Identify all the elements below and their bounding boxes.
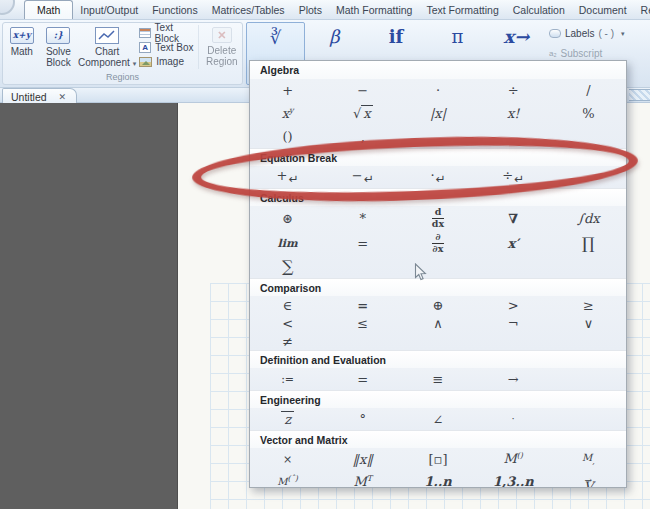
operator-element-of[interactable]: ∈ <box>250 299 325 312</box>
section-equation-break: +↵ −↵ ·↵ ÷↵ <box>250 166 626 188</box>
tab-functions[interactable]: Functions <box>145 1 205 19</box>
operator-factorial[interactable]: x! <box>476 107 551 120</box>
operator-angle[interactable]: ∠ <box>400 413 475 426</box>
operator-complex-conjugate[interactable]: z <box>250 413 325 426</box>
operator-addition[interactable]: + <box>250 84 325 97</box>
operator-transpose[interactable]: MT <box>325 475 400 488</box>
operator-multiplication[interactable]: · <box>400 84 475 97</box>
tab-resources[interactable]: Resources <box>634 1 650 19</box>
labels-style-value: ( - ) <box>598 28 614 39</box>
operator-scale-dot[interactable]: · <box>476 414 551 424</box>
operator-matrix-row[interactable]: M(ˆ) <box>250 475 325 487</box>
labels-caret-icon[interactable]: ▾ <box>621 30 625 38</box>
chart-component-button[interactable]: Chart Component▾ <box>77 25 137 69</box>
operator-and[interactable]: ∧ <box>400 317 475 330</box>
operator-product[interactable]: ∏ <box>551 236 626 252</box>
text-buttons-column: Text Block A Text Box Image <box>137 25 195 69</box>
tab-plots[interactable]: Plots <box>292 1 329 19</box>
operator-definition[interactable]: := <box>250 374 325 385</box>
section-title-comparison: Comparison <box>250 278 626 296</box>
operator-square-root[interactable]: √x <box>325 107 400 120</box>
operator-evaluation[interactable]: = <box>325 373 400 386</box>
operator-equals[interactable]: = <box>325 237 400 250</box>
operator-multiplication-line-break[interactable]: ·↵ <box>400 169 475 185</box>
text-block-icon <box>139 28 150 38</box>
operator-comma[interactable]: , <box>325 130 400 143</box>
mouse-cursor-icon <box>414 263 427 282</box>
operator-summation[interactable]: ∑ <box>250 259 325 275</box>
text-block-button[interactable]: Text Block <box>139 26 193 39</box>
labels-button[interactable]: Labels ( - ) ▾ <box>549 25 641 42</box>
section-title-engineering: Engineering <box>250 390 626 408</box>
operator-parentheses[interactable]: () <box>250 130 325 143</box>
operator-norm[interactable]: ‖x‖ <box>325 453 400 466</box>
text-box-button[interactable]: A Text Box <box>139 41 193 54</box>
document-tab-title: Untitled <box>11 91 47 103</box>
operator-range[interactable]: 1..n <box>400 475 475 488</box>
math-button[interactable]: x+y Math <box>4 25 40 69</box>
operator-not[interactable]: ¬ <box>476 317 551 330</box>
operator-greater-equal[interactable]: ≥ <box>551 299 626 312</box>
operator-division[interactable]: ÷ <box>476 84 551 97</box>
operator-bold-equals[interactable]: = <box>325 299 400 312</box>
operator-limit[interactable]: lim <box>250 238 325 249</box>
line-break-arrow-icon: ↵ <box>514 172 524 186</box>
constants-icon: π <box>452 26 464 48</box>
operator-global-definition[interactable]: ≡ <box>400 373 475 386</box>
line-break-arrow-icon: ↵ <box>289 172 299 186</box>
regions-group: x+y Math :} Solve Block Chart Component▾ <box>2 22 243 85</box>
operator-partial-derivative[interactable]: ∂∂x <box>400 232 475 255</box>
operator-integral[interactable]: ∫dx <box>551 212 626 225</box>
operator-subtraction-line-break[interactable]: −↵ <box>325 169 400 185</box>
operator-division-slash[interactable]: / <box>551 84 626 97</box>
operator-degree[interactable]: ° <box>325 413 400 426</box>
programming-icon: if <box>389 26 404 48</box>
operator-prime[interactable]: x′ <box>476 237 551 250</box>
operator-absolute-value[interactable]: |x| <box>400 107 475 120</box>
image-button[interactable]: Image <box>139 55 193 68</box>
operator-xor[interactable]: ⊕ <box>400 299 475 312</box>
chart-caret-icon[interactable]: ▾ <box>133 60 137 67</box>
delete-region-button[interactable]: ✕ Delete Region <box>198 25 241 69</box>
section-definition: := = ≡ → <box>250 368 626 390</box>
operator-subtraction[interactable]: − <box>325 84 400 97</box>
operator-gradient[interactable]: ∇ <box>476 212 551 225</box>
operator-addition-line-break[interactable]: +↵ <box>250 169 325 185</box>
tab-calculation[interactable]: Calculation <box>506 1 572 19</box>
operator-asterisk[interactable]: * <box>325 212 400 225</box>
image-icon <box>139 57 152 67</box>
line-break-arrow-icon: ↵ <box>436 172 446 186</box>
operator-cross-product[interactable]: × <box>250 454 325 465</box>
operator-less-than[interactable]: < <box>250 317 325 330</box>
operator-range-step[interactable]: 1,3..n <box>476 475 551 488</box>
close-icon[interactable]: ✕ <box>59 92 67 102</box>
tab-matrices-tables[interactable]: Matrices/Tables <box>205 1 292 19</box>
operator-vectorize[interactable]: →V <box>551 472 626 488</box>
operator-division-line-break[interactable]: ÷↵ <box>476 169 551 185</box>
math-button-label: Math <box>11 46 33 57</box>
tab-document[interactable]: Document <box>572 1 634 19</box>
labels-label: Labels <box>565 28 594 39</box>
tab-text-formatting[interactable]: Text Formatting <box>419 1 505 19</box>
operator-not-equal[interactable]: ≠ <box>250 335 325 348</box>
operator-derivative[interactable]: ddx <box>400 207 475 230</box>
operator-or[interactable]: ∨ <box>551 317 626 330</box>
solve-block-button[interactable]: :} Solve Block <box>40 25 78 69</box>
operator-percent[interactable]: % <box>551 107 626 120</box>
operator-greater-than[interactable]: > <box>476 299 551 312</box>
operator-convolution[interactable]: ⊛ <box>250 212 325 225</box>
operator-symbolic-evaluation[interactable]: → <box>476 373 551 386</box>
operator-power[interactable]: xy <box>250 107 325 120</box>
tab-input-output[interactable]: Input/Output <box>73 1 145 19</box>
operator-matrix-column[interactable]: M() <box>476 452 551 465</box>
app-button[interactable] <box>0 0 15 15</box>
document-tab-untitled[interactable]: Untitled ✕ <box>2 88 77 103</box>
tab-math-formatting[interactable]: Math Formatting <box>329 1 419 19</box>
ribbon-tab-bar: Math Input/Output Functions Matrices/Tab… <box>0 0 650 20</box>
line-break-arrow-icon: ↵ <box>364 172 374 186</box>
solve-block-label: Solve Block <box>40 46 78 68</box>
tab-math[interactable]: Math <box>24 0 73 19</box>
operator-matrix-index[interactable]: M, <box>551 453 626 466</box>
operator-matrix[interactable]: [▫] <box>400 453 475 466</box>
operator-less-equal[interactable]: ≤ <box>325 317 400 330</box>
